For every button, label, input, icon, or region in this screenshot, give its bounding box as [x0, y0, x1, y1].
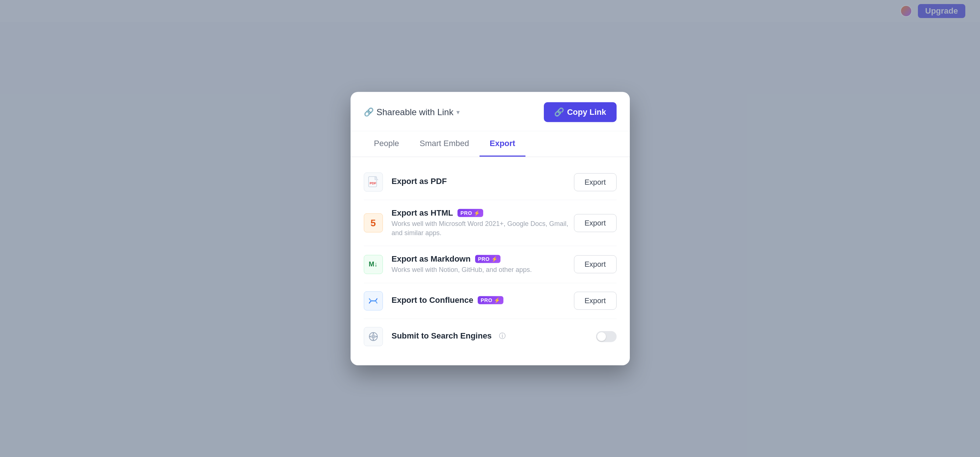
shareable-label: Shareable with Link — [377, 107, 453, 117]
tab-export[interactable]: Export — [479, 131, 526, 157]
copy-link-icon: 🔗 — [554, 107, 564, 117]
tab-people[interactable]: People — [364, 131, 410, 157]
svg-point-2 — [369, 332, 377, 340]
pdf-title-row: Export as PDF — [392, 177, 574, 186]
markdown-title-row: Export as Markdown PRO ⚡ — [392, 254, 574, 264]
pdf-icon: PDF — [364, 173, 383, 192]
search-engines-toggle-container — [596, 331, 617, 342]
copy-link-button[interactable]: 🔗 Copy Link — [544, 102, 616, 122]
html-title: Export as HTML — [392, 208, 453, 218]
search-engines-label: Submit to Search Engines — [392, 331, 492, 340]
confluence-title: Export to Confluence — [392, 295, 473, 305]
pdf-title: Export as PDF — [392, 177, 447, 186]
search-engines-info: Submit to Search Engines ⓘ — [392, 331, 596, 342]
markdown-description: Works well with Notion, GitHub, and othe… — [392, 265, 574, 275]
share-modal: 🔗 Shareable with Link ▾ 🔗 Copy Link Peop… — [350, 92, 630, 365]
export-confluence-item: Export to Confluence PRO ⚡ Export — [364, 283, 617, 319]
shareable-with-link-button[interactable]: 🔗 Shareable with Link ▾ — [364, 107, 460, 117]
modal-tabs: People Smart Embed Export — [350, 131, 630, 157]
pdf-export-info: Export as PDF — [392, 177, 574, 188]
modal-header: 🔗 Shareable with Link ▾ 🔗 Copy Link — [350, 92, 630, 131]
confluence-icon — [364, 291, 383, 310]
export-html-item: 5 Export as HTML PRO ⚡ Works well with M… — [364, 200, 617, 246]
search-engines-toggle[interactable] — [596, 331, 617, 342]
tab-smart-embed[interactable]: Smart Embed — [409, 131, 479, 157]
copy-link-label: Copy Link — [567, 107, 606, 117]
chevron-down-icon: ▾ — [457, 108, 460, 116]
markdown-export-info: Export as Markdown PRO ⚡ Works well with… — [392, 254, 574, 275]
toggle-knob — [597, 332, 606, 341]
html-title-row: Export as HTML PRO ⚡ — [392, 208, 574, 218]
confluence-export-info: Export to Confluence PRO ⚡ — [392, 295, 574, 306]
confluence-pro-badge: PRO ⚡ — [478, 296, 503, 304]
export-pdf-item: PDF Export as PDF Export — [364, 165, 617, 200]
html-pro-badge: PRO ⚡ — [458, 209, 483, 217]
search-engines-item: Submit to Search Engines ⓘ — [364, 319, 617, 354]
html-description: Works well with Microsoft Word 2021+, Go… — [392, 219, 574, 238]
confluence-title-row: Export to Confluence PRO ⚡ — [392, 295, 574, 305]
html-export-button[interactable]: Export — [574, 214, 617, 232]
confluence-export-button[interactable]: Export — [574, 292, 617, 310]
html-export-info: Export as HTML PRO ⚡ Works well with Mic… — [392, 208, 574, 238]
link-icon: 🔗 — [364, 107, 374, 117]
info-icon: ⓘ — [499, 331, 506, 340]
globe-icon — [364, 327, 383, 346]
markdown-export-button[interactable]: Export — [574, 256, 617, 273]
modal-body: PDF Export as PDF Export 5 Export as HTM… — [350, 157, 630, 365]
pdf-export-button[interactable]: Export — [574, 173, 617, 191]
export-markdown-item: M↓ Export as Markdown PRO ⚡ Works well w… — [364, 246, 617, 283]
markdown-icon: M↓ — [364, 255, 383, 274]
svg-text:PDF: PDF — [370, 181, 377, 185]
search-engines-title-row: Submit to Search Engines ⓘ — [392, 331, 596, 340]
html5-icon: 5 — [364, 213, 383, 233]
markdown-title: Export as Markdown — [392, 254, 471, 264]
markdown-pro-badge: PRO ⚡ — [475, 255, 501, 263]
